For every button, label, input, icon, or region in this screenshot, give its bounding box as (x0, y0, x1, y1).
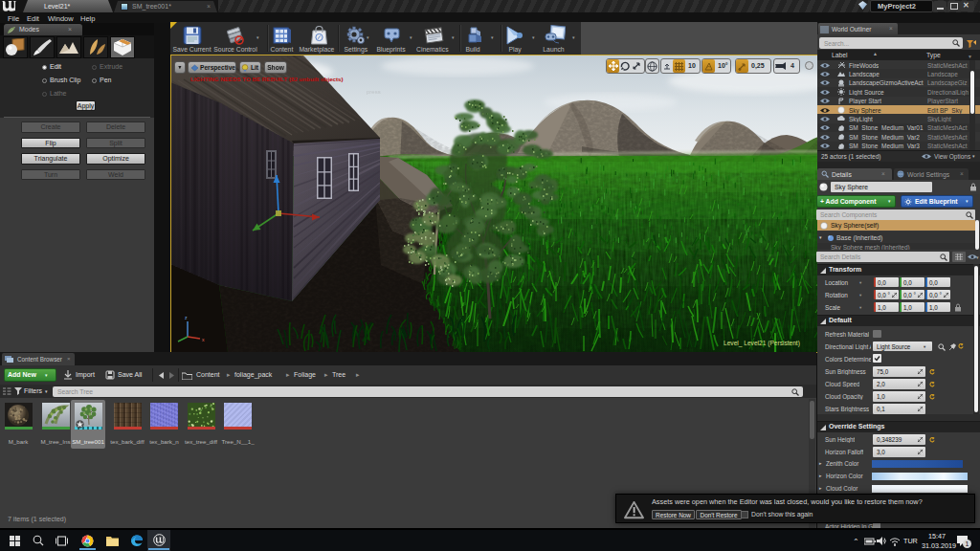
svg-text:LIGHTING NEEDS TO BE REBUILT (: LIGHTING NEEDS TO BE REBUILT (82 unbuilt… (190, 76, 344, 82)
svg-text:Level_ Level21 (Persistent): Level_ Level21 (Persistent) (724, 340, 800, 347)
svg-text:press: press (367, 89, 381, 95)
